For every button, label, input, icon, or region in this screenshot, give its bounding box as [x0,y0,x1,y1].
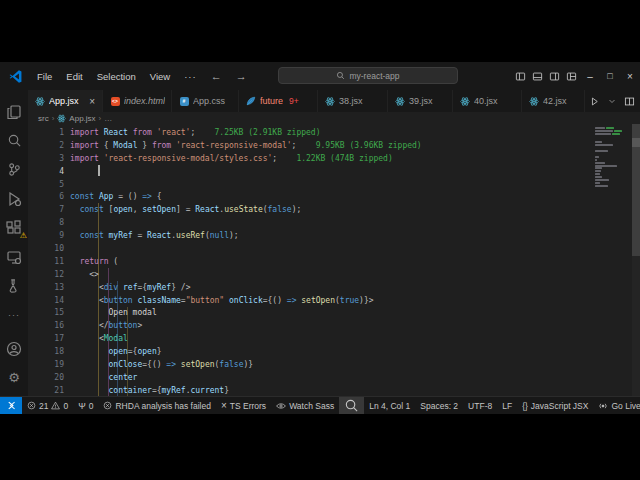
code-line-20[interactable]: 20 center [28,371,595,384]
run-dropdown[interactable] [604,97,620,105]
code-line-14[interactable]: 14 <button className="button" onClick={(… [28,294,595,307]
activity-extensions[interactable]: ⚠ [0,213,28,242]
line-number: 18 [28,347,64,356]
code-line-12[interactable]: 12 <> [28,268,595,281]
explorer-icon [6,104,22,120]
tab-index-html[interactable]: <>index.html [103,90,172,112]
menu-view[interactable]: View [143,62,177,90]
code-text: <> [64,270,99,279]
tab-app-css[interactable]: #App.css [172,90,239,112]
status-eol[interactable]: LF [497,397,517,414]
breadcrumb-item[interactable]: App.jsx [57,114,95,123]
code-line-19[interactable]: 19 onClose={() => setOpen(false)} [28,358,595,371]
status-text: 0 [89,401,94,411]
activity-settings[interactable]: ⚙ [0,363,28,392]
layout-sidebar-right-toggle[interactable] [546,62,563,90]
error-icon [103,401,112,410]
code-line-7[interactable]: 7 const [open, setOpen] = React.useState… [28,203,595,216]
status-language-mode[interactable]: {}JavaScript JSX [517,397,593,414]
window-maximize-button[interactable]: □ [600,62,620,90]
command-center-search[interactable]: my-react-app [278,67,458,84]
code-editor[interactable]: 1import React from 'react'; 7.25KB (2.91… [28,124,640,396]
status-cursor-position[interactable]: Ln 4, Col 1 [364,397,415,414]
line-number: 6 [28,192,64,201]
code-line-13[interactable]: 13 <div ref={myRef} /> [28,281,595,294]
split-icon [624,96,635,107]
tab-close-icon[interactable]: × [86,96,98,107]
code-line-17[interactable]: 17 <Modal [28,332,595,345]
activity-source-control[interactable] [0,155,28,184]
status-go-live[interactable]: Go Live [593,397,640,414]
code-line-5[interactable]: 5 [28,178,595,191]
activity-search[interactable] [0,126,28,155]
status-indentation[interactable]: Spaces: 2 [415,397,463,414]
menu-more-icon[interactable]: ··· [177,62,204,90]
activity-explorer[interactable] [0,97,28,126]
tab-39-jsx[interactable]: 39.jsx [388,90,453,112]
status-text: RHDA analysis has failed [115,401,210,411]
minimap-line [595,170,631,172]
minimap-line [595,182,631,184]
window-minimize-button[interactable]: – [580,62,600,90]
split-editor-button[interactable] [620,96,639,107]
braces-icon: {} [522,401,528,411]
status-watch-sass[interactable]: Watch Sass [271,397,339,414]
breadcrumb-item[interactable]: src [38,114,49,123]
minimap-line [595,136,631,138]
status-remote-indicator[interactable] [0,397,22,414]
status-text: Watch Sass [289,401,334,411]
status-text: 0 [63,401,68,411]
layout-customize-toggle[interactable] [563,62,580,90]
status-encoding[interactable]: UTF-8 [463,397,497,414]
status-ts-errors[interactable]: ×TS Errors [216,397,271,414]
menu-selection[interactable]: Selection [90,62,143,90]
menu-file[interactable]: File [30,62,59,90]
code-line-18[interactable]: 18 open={open} [28,345,595,358]
window-close-button[interactable]: × [620,62,640,90]
status-text: JavaScript JSX [531,401,589,411]
code-line-21[interactable]: 21 container={myRef.current} [28,384,595,396]
code-line-15[interactable]: 15 Open modal [28,306,595,319]
code-line-9[interactable]: 9 const myRef = React.useRef(null); [28,229,595,242]
code-line-4[interactable]: 4 [28,165,595,178]
layout-sidebar-toggle[interactable] [512,62,529,90]
tab-38-jsx[interactable]: 38.jsx [318,90,388,112]
status-text: Go Live [611,401,640,411]
code-line-10[interactable]: 10 [28,242,595,255]
tab-40-jsx[interactable]: 40.jsx [453,90,522,112]
tab-42-jsx[interactable]: 42.jsx [522,90,585,112]
react-icon [57,114,66,123]
status-problems[interactable]: 210 [22,397,73,414]
activity-testing[interactable] [0,271,28,300]
line-number: 17 [28,334,64,343]
breadcrumb-item[interactable]: … [104,114,112,123]
nav-back-button[interactable]: ← [204,70,229,82]
layout-panel-toggle[interactable] [529,62,546,90]
line-number: 5 [28,180,64,189]
scrollbar[interactable] [632,124,640,396]
code-text: <button className="button" onClick={() =… [64,296,374,305]
tab-future[interactable]: future9+ [239,90,318,112]
status-rhda-status[interactable]: RHDA analysis has failed [98,397,215,414]
activity-more-views[interactable]: ··· [0,300,28,329]
nav-forward-button[interactable]: → [229,70,254,82]
minimap-line [595,141,631,143]
activity-run-debug[interactable] [0,184,28,213]
activity-remote-explorer[interactable] [0,242,28,271]
run-button[interactable] [585,96,604,107]
menu-edit[interactable]: Edit [59,62,89,90]
tab-app-jsx[interactable]: App.jsx× [28,90,103,112]
code-line-2[interactable]: 2import { Modal } from 'react-responsive… [28,139,595,152]
code-line-3[interactable]: 3import 'react-responsive-modal/styles.c… [28,152,595,165]
activity-account[interactable] [0,334,28,363]
code-line-11[interactable]: 11 return ( [28,255,595,268]
breadcrumb[interactable]: src›App.jsx›… [28,112,640,124]
status-search-status[interactable] [339,397,364,414]
code-line-1[interactable]: 1import React from 'react'; 7.25KB (2.91… [28,126,595,139]
code-text: onClose={() => setOpen(false)} [64,360,253,369]
code-line-8[interactable]: 8 [28,216,595,229]
code-line-6[interactable]: 6const App = () => { [28,190,595,203]
minimap[interactable] [595,127,631,188]
code-line-16[interactable]: 16 </button> [28,319,595,332]
status-ports[interactable]: Ψ0 [73,397,98,414]
